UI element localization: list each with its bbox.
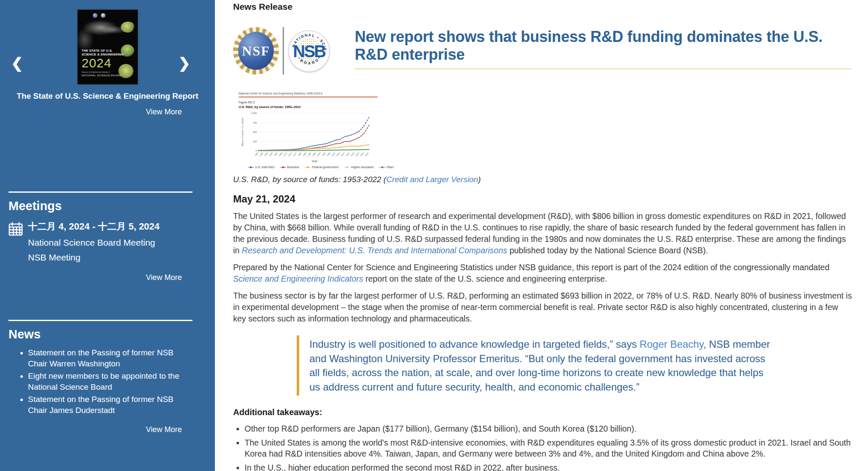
cover-subtitle: Science & Engineering Indicators <box>82 71 124 73</box>
takeaway-item: Other top R&D performers are Japan ($177… <box>245 423 852 434</box>
meeting-date-range: 十二月 4, 2024 - 十二月 5, 2024 <box>28 220 160 233</box>
svg-text:1,000: 1,000 <box>251 112 257 114</box>
nsf-mini-logo <box>93 13 97 18</box>
cover-year: 2024 <box>82 56 124 70</box>
logo-separator <box>283 27 284 75</box>
carousel-next-icon[interactable]: ❯ <box>178 56 191 70</box>
svg-text:1959: 1959 <box>264 152 269 157</box>
figure-caption-text: ) <box>478 175 481 184</box>
takeaways-heading: Additional takeaways: <box>233 407 852 417</box>
svg-text:1989: 1989 <box>312 152 317 157</box>
legend-entry: Federal government <box>305 166 339 169</box>
svg-text:1986: 1986 <box>307 152 312 157</box>
svg-text:1995: 1995 <box>321 152 326 157</box>
svg-text:500: 500 <box>253 131 257 133</box>
paragraph-2: Prepared by the National Center for Scie… <box>233 262 852 285</box>
indicators-link[interactable]: Science and Engineering Indicators <box>233 274 363 283</box>
chart-source-line: National Center for Science and Engineer… <box>239 92 378 95</box>
legend-entry: Other <box>379 166 394 169</box>
carousel-prev-icon[interactable]: ❮ <box>11 56 23 70</box>
news-view-more-link[interactable]: View More <box>0 425 215 434</box>
chart-legend: U.S. total R&DBusinessFederal government… <box>248 166 378 169</box>
meeting-item[interactable]: NSB Meeting <box>28 252 160 263</box>
nsb-logo: NATIONAL • SCIENCE • B O A R D • NSB <box>288 30 330 72</box>
release-date: May 21, 2024 <box>233 193 852 205</box>
meetings-heading: Meetings <box>8 199 215 213</box>
meetings-view-more-link[interactable]: View More <box>0 273 215 282</box>
chart-figure-label: Figure RD-2 <box>239 101 378 104</box>
chart-title: U.S. R&D, by source of funds: 1953–2022 <box>239 105 378 109</box>
cover-specimen-art <box>121 22 135 33</box>
news-release-article: News Release NSF NATIONAL • SCIENCE • B … <box>215 0 868 471</box>
calendar-icon <box>8 222 23 263</box>
cover-org: NATIONAL SCIENCE BOARD <box>82 74 124 77</box>
nsf-logo-text: NSF <box>242 43 270 59</box>
quote-text: Industry is well positioned to advance k… <box>309 338 640 350</box>
news-list: Statement on the Passing of former NSB C… <box>22 347 192 416</box>
svg-text:1998: 1998 <box>326 152 331 157</box>
figure-caption-text: U.S. R&D, by source of funds: 1953-2022 … <box>233 175 386 184</box>
svg-text:Billions of current U.S. dolla: Billions of current U.S. dollars <box>241 118 244 147</box>
rd-funding-chart-figure[interactable]: National Center for Science and Engineer… <box>233 89 383 171</box>
credit-larger-version-link[interactable]: Credit and Larger Version <box>386 175 478 184</box>
cover-logos <box>93 13 106 18</box>
meeting-item[interactable]: National Science Board Meeting <box>28 238 160 248</box>
takeaway-item: In the U.S., higher education performed … <box>245 462 852 471</box>
paragraph-3: The business sector is by far the larges… <box>233 290 852 324</box>
rd-funding-line-chart: 02505007501,0001953195619591962196519681… <box>239 111 378 159</box>
svg-text:2010: 2010 <box>345 152 350 157</box>
nsf-globe: NSF <box>238 32 274 70</box>
svg-text:2016: 2016 <box>355 152 360 157</box>
paragraph-text: published today by the National Science … <box>507 246 708 255</box>
svg-text:750: 750 <box>253 122 257 124</box>
page-title: News Release <box>233 2 852 12</box>
svg-text:2022: 2022 <box>364 152 369 157</box>
report-cover-image[interactable]: THE STATE OF U.S. SCIENCE & ENGINEERING … <box>78 10 138 84</box>
svg-text:1983: 1983 <box>302 152 307 157</box>
svg-text:1992: 1992 <box>317 152 321 157</box>
paragraph-text: Prepared by the National Center for Scie… <box>233 263 829 272</box>
figure-caption: U.S. R&D, by source of funds: 1953-2022 … <box>233 175 852 184</box>
news-list-item[interactable]: Eight new members to be appointed to the… <box>28 371 192 393</box>
divider <box>8 320 192 321</box>
paragraph-1: The United States is the largest perform… <box>233 211 852 256</box>
legend-entry: Business <box>280 166 299 169</box>
nsb-logo-text: NSB <box>293 42 325 61</box>
svg-text:1980: 1980 <box>298 152 302 157</box>
carousel-view-more-link[interactable]: View More <box>0 108 215 116</box>
nsb-mini-logo <box>101 13 106 18</box>
cover-title-line1: THE STATE OF U.S. <box>82 49 124 53</box>
sidebar: THE STATE OF U.S. SCIENCE & ENGINEERING … <box>0 0 215 471</box>
carousel-caption[interactable]: The State of U.S. Science & Engineering … <box>0 91 215 101</box>
divider <box>8 191 192 193</box>
paragraph-text: report on the state of the U.S. science … <box>363 274 607 283</box>
svg-text:2013: 2013 <box>350 152 355 157</box>
svg-text:1962: 1962 <box>269 152 273 157</box>
nsf-logo: NSF <box>233 27 279 75</box>
roger-beachy-link[interactable]: Roger Beachy <box>640 338 703 350</box>
svg-text:2007: 2007 <box>341 152 345 157</box>
svg-text:2019: 2019 <box>360 152 364 157</box>
svg-text:0: 0 <box>256 150 257 152</box>
article-headline: New report shows that business R&D fundi… <box>355 28 852 64</box>
headline-underline <box>355 68 852 69</box>
legend-entry: U.S. total R&D <box>248 166 275 169</box>
legend-entry: Higher education <box>344 166 374 169</box>
svg-text:1971: 1971 <box>283 152 288 157</box>
news-list-item[interactable]: Statement on the Passing of former NSB C… <box>28 347 192 369</box>
takeaways-list: Other top R&D performers are Japan ($177… <box>233 423 852 471</box>
takeaway-item: The United States is among the world's m… <box>245 437 852 459</box>
news-list-item[interactable]: Statement on the Passing of former NSB C… <box>28 394 192 416</box>
pull-quote: Industry is well positioned to advance k… <box>297 335 773 396</box>
chart-x-axis-label: Year <box>239 160 378 163</box>
report-carousel: THE STATE OF U.S. SCIENCE & ENGINEERING … <box>0 0 215 116</box>
chart-rule <box>239 97 378 97</box>
svg-text:250: 250 <box>253 140 257 143</box>
news-heading: News <box>8 327 215 341</box>
svg-text:2001: 2001 <box>331 152 336 157</box>
svg-text:1974: 1974 <box>288 152 292 157</box>
svg-text:1965: 1965 <box>273 152 278 157</box>
svg-text:1977: 1977 <box>292 152 297 157</box>
report-link[interactable]: Research and Development: U.S. Trends an… <box>242 246 507 255</box>
svg-text:1956: 1956 <box>259 152 264 157</box>
